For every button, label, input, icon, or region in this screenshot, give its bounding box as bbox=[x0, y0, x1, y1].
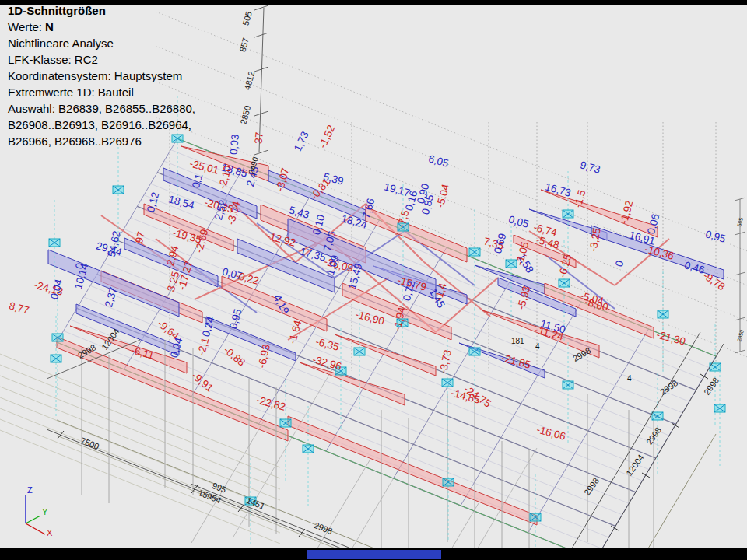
force-diagram-negative bbox=[144, 204, 233, 251]
dimension-tick bbox=[254, 150, 268, 155]
support-icon bbox=[559, 279, 570, 287]
support-icon bbox=[52, 334, 63, 341]
construction-line bbox=[156, 12, 747, 251]
force-diagram-positive bbox=[206, 317, 296, 361]
ground-line bbox=[191, 418, 265, 543]
ground-edge bbox=[595, 434, 716, 548]
legend-line: B26908..B26913, B26916..B26964, bbox=[8, 117, 195, 133]
floor-line bbox=[0, 376, 280, 489]
support-icon bbox=[303, 445, 314, 453]
support-icon bbox=[397, 319, 408, 327]
force-diagram-positive bbox=[124, 238, 218, 287]
legend-line: LFK-Klasse: RC2 bbox=[8, 51, 195, 68]
taskbar-fragment bbox=[307, 550, 441, 559]
dimension-tick bbox=[700, 374, 708, 379]
support-icon bbox=[506, 260, 517, 268]
force-diagram-negative bbox=[181, 146, 268, 181]
dimension-line bbox=[259, 8, 264, 152]
dimension-tick bbox=[642, 473, 650, 478]
z-axis-label: Z bbox=[27, 485, 33, 495]
support-icon bbox=[113, 186, 124, 194]
support-icon bbox=[714, 404, 725, 412]
force-diagram-negative bbox=[300, 362, 405, 405]
ground-line bbox=[296, 460, 370, 548]
dimension-line bbox=[191, 484, 420, 548]
legend-block: 1D-Schnittgrößen Werte: N Nichtlineare A… bbox=[8, 2, 195, 149]
support-icon bbox=[563, 210, 573, 218]
dimension-tick bbox=[254, 5, 268, 10]
dimension-tick bbox=[254, 33, 268, 37]
legend-line: Auswahl: B26839, B26855..B26880, bbox=[8, 100, 195, 117]
support-icon bbox=[530, 513, 541, 521]
legend-values-line: Werte: N bbox=[8, 19, 195, 35]
legend-line: Koordinatensystem: Hauptsystem bbox=[8, 68, 195, 84]
force-diagram-negative bbox=[514, 235, 576, 268]
y-axis bbox=[26, 516, 40, 523]
force-diagram-negative bbox=[335, 334, 436, 376]
floor-line bbox=[0, 365, 280, 478]
support-icon bbox=[469, 348, 480, 355]
force-diagram-negative bbox=[222, 276, 327, 331]
ground-line bbox=[405, 503, 479, 548]
x-axis bbox=[26, 523, 45, 534]
support-icon bbox=[335, 367, 346, 375]
support-icon bbox=[443, 478, 454, 486]
dimension-line bbox=[47, 429, 389, 548]
support-icon bbox=[280, 419, 291, 427]
legend-title: 1D-Schnittgrößen bbox=[8, 2, 195, 19]
force-diagram-negative bbox=[482, 310, 599, 358]
support-icon bbox=[469, 248, 480, 256]
dimension-tick bbox=[254, 111, 268, 116]
support-icon bbox=[398, 223, 409, 231]
legend-line: Nichtlineare Analyse bbox=[8, 35, 195, 51]
support-icon bbox=[354, 348, 365, 355]
support-icon bbox=[563, 381, 573, 389]
dimension-line bbox=[572, 332, 700, 548]
legend-line: B26966, B26968..B26976 bbox=[8, 133, 195, 149]
support-icon bbox=[442, 379, 453, 387]
construction-line bbox=[156, 117, 747, 357]
coordinate-axes-triad: Z Y X bbox=[14, 482, 68, 537]
support-icon bbox=[49, 239, 60, 247]
legend-value-type: N bbox=[45, 20, 54, 33]
x-axis-label: X bbox=[47, 528, 53, 537]
support-icon bbox=[51, 355, 61, 362]
legend-line: Extremwerte 1D: Bauteil bbox=[8, 84, 195, 100]
y-axis-label: Y bbox=[42, 507, 48, 516]
force-diagram-negative bbox=[288, 416, 537, 525]
support-icon bbox=[658, 310, 668, 318]
info-lines: Nichtlineare AnalyseLFK-Klasse: RC2Koord… bbox=[8, 35, 195, 149]
application-screen: 0,03371,73-1,525,396,0519,17-3,07-0,812,… bbox=[0, 0, 747, 560]
support-icon bbox=[652, 412, 663, 420]
support-icon bbox=[245, 497, 256, 505]
